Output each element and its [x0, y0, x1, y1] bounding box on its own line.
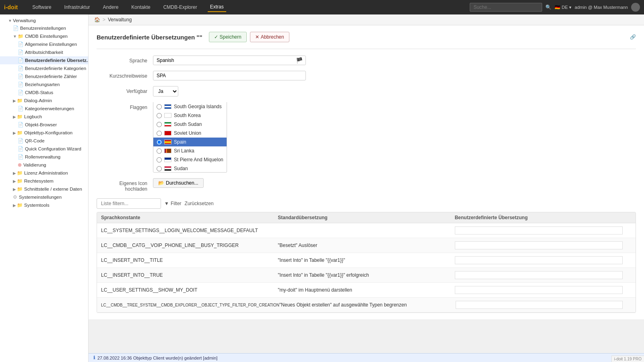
top-navigation: i-doit Software Infrastruktur Andere Kon…	[0, 0, 644, 14]
home-icon[interactable]: 🏠	[94, 17, 100, 23]
user-info: admin @ Max Mustermann	[575, 5, 628, 10]
tree-toggle[interactable]: ▶	[13, 179, 16, 183]
flag-sov	[164, 131, 171, 136]
verfugbar-row: Verfügbar Ja Nein	[97, 86, 636, 97]
row-custom-input[interactable]	[455, 256, 623, 264]
col-header-key: Sprachkonstante	[101, 215, 278, 220]
sidebar-item-label: Attributsichtbarkeit	[25, 50, 63, 55]
tree-toggle[interactable]: ▶	[13, 187, 16, 191]
sidebar-item-rechtesystem[interactable]: ▶ 📁 Rechtesystem	[0, 177, 88, 185]
browse-button[interactable]: 📂 Durchsuchen...	[153, 178, 204, 188]
sidebar-item-beziehungsarten[interactable]: 📄 Beziehungsarten	[0, 80, 88, 88]
cancel-button[interactable]: ✕ Abbrechen	[250, 32, 289, 42]
sidebar-item-kategorie-erw[interactable]: 📄 Kategorieerweiterungen	[0, 105, 88, 113]
sidebar-item-verwaltung[interactable]: ▼ Verwaltung	[0, 17, 88, 24]
nav-extras[interactable]: Extras	[208, 2, 226, 12]
nav-andere[interactable]: Andere	[101, 3, 121, 12]
sidebar-item-allgemeine[interactable]: 📄 Allgemeine Einstellungen	[0, 40, 88, 48]
sidebar-item-validierung[interactable]: ⊗ Validierung	[0, 161, 88, 169]
tree-toggle[interactable]: ▼	[8, 19, 12, 23]
flag-radio-sdn[interactable]	[157, 166, 162, 171]
search-input[interactable]	[470, 3, 542, 12]
sidebar-item-schnittstelle[interactable]: ▶ 📁 Schnittstelle / externe Daten	[0, 185, 88, 193]
tree-toggle[interactable]: ▶	[13, 115, 16, 119]
flaggen-label: Flaggen	[97, 102, 153, 110]
translations-table: Sprachkonstante Standardübersetzung Benu…	[97, 212, 636, 313]
sidebar-item-objekt-browser[interactable]: 📄 Objekt-Browser	[0, 121, 88, 129]
sidebar-item-label: Objekt-Browser	[25, 122, 57, 127]
kurzschreibweise-row: Kurzschreibweise	[97, 71, 636, 80]
row-custom-input[interactable]	[455, 271, 623, 279]
row-custom-input[interactable]	[456, 301, 623, 309]
flag-radio-ssd[interactable]	[157, 122, 162, 127]
flag-label-esp: Spain	[174, 139, 186, 145]
dropdown-item-sgs[interactable]: South Georgia Islands	[153, 102, 227, 111]
sidebar-item-zahler[interactable]: 📄 Benutzerdefinierte Zähler	[0, 72, 88, 80]
table-row: LC__INSERT_INTO__TITLE "Insert Into" in …	[97, 253, 636, 268]
sidebar-item-lizenz[interactable]: ▶ 📁 Lizenz Administration	[0, 169, 88, 177]
flag-radio-lka[interactable]	[157, 148, 162, 154]
nav-cmdb-explorer[interactable]: CMDB-Explorer	[161, 3, 200, 12]
tree-toggle[interactable]: ▶	[13, 99, 16, 103]
dropdown-item-lka[interactable]: Sri Lanka	[153, 146, 227, 155]
flag-radio-esp[interactable]	[157, 140, 162, 145]
search-icon[interactable]: 🔍	[545, 4, 551, 10]
col-header-custom: Benutzerdefinierte Übersetzung	[455, 215, 632, 220]
sidebar-item-benutzerdefined[interactable]: 📄 Benutzerdefinierte Übersetz...	[0, 56, 88, 64]
sidebar-item-label: Rechtesystem	[24, 179, 54, 183]
page-icon: 📄	[18, 74, 23, 79]
link-icon[interactable]: 🔗	[630, 34, 636, 40]
toolbar: ✓ Speichern ✕ Abbrechen	[209, 32, 289, 42]
folder-icon: 📁	[17, 202, 23, 208]
verfugbar-select[interactable]: Ja Nein	[153, 86, 178, 97]
dropdown-item-kor[interactable]: South Korea	[153, 111, 227, 120]
sidebar-item-label: Validierung	[23, 162, 46, 167]
sidebar-item-objekttyp-kfg[interactable]: ▶ 📁 Objekttyp-Konfiguration	[0, 129, 88, 137]
dropdown-item-spm[interactable]: St Pierre And Miquelon	[153, 155, 227, 164]
tree-toggle[interactable]: ▼	[13, 34, 17, 39]
sidebar-item-qcw[interactable]: 📄 Quick Configuration Wizard	[0, 145, 88, 153]
sidebar-item-cmdb-status[interactable]: 📄 CMDB-Status	[0, 88, 88, 97]
sidebar-item-logbuch[interactable]: ▶ 📁 Logbuch	[0, 113, 88, 121]
sidebar-item-benutzereinstellungen[interactable]: 📄 Benutzereinstellungen	[0, 24, 88, 32]
list-filter-input[interactable]	[97, 198, 161, 209]
tree-toggle[interactable]: ▶	[13, 171, 16, 175]
flag-radio-sov[interactable]	[157, 131, 162, 136]
nav-software[interactable]: Software	[30, 3, 54, 12]
filter-button[interactable]: ▼ Filter	[164, 201, 182, 206]
sidebar-item-systemtools[interactable]: ▶ 📁 Systemtools	[0, 201, 88, 209]
sidebar-item-systemeinstellungen[interactable]: ⚙ Systemeinstellungen	[0, 193, 88, 201]
sidebar-item-rollen[interactable]: 📄 Rollenverwaltung	[0, 153, 88, 161]
flag-spm	[164, 157, 171, 162]
tree-toggle[interactable]: ▶	[13, 131, 16, 135]
nav-kontakte[interactable]: Kontakte	[129, 3, 153, 12]
dropdown-item-sov[interactable]: Soviet Union	[153, 129, 227, 138]
sidebar-item-qr-code[interactable]: 📄 QR-Code	[0, 137, 88, 145]
tree-toggle[interactable]: ▶	[13, 203, 16, 208]
sidebar-item-kategorien[interactable]: 📄 Benutzerdefinierte Kategorien	[0, 64, 88, 72]
nav-infrastruktur[interactable]: Infrastruktur	[62, 3, 93, 12]
sidebar-item-label: Rollenverwaltung	[25, 154, 60, 159]
dropdown-item-esp[interactable]: Spain	[153, 138, 227, 146]
flaggen-dropdown[interactable]: South Georgia Islands South Korea	[153, 102, 227, 173]
row-custom-input[interactable]	[455, 226, 623, 234]
dropdown-item-ssd[interactable]: South Sudan	[153, 120, 227, 129]
save-button[interactable]: ✓ Speichern	[209, 32, 247, 42]
page-icon: 📄	[18, 154, 23, 160]
sidebar-item-dialog-admin[interactable]: ▶ 📁 Dialog-Admin	[0, 97, 88, 105]
sidebar-item-cmdb-einstellungen[interactable]: ▼ 📁 CMDB Einstellungen	[0, 32, 88, 40]
dropdown-item-sdn[interactable]: Sudan	[153, 164, 227, 173]
flag-radio-spm[interactable]	[157, 157, 162, 162]
flag-radio-kor[interactable]	[157, 113, 162, 118]
sidebar-item-attribut[interactable]: 📄 Attributsichtbarkeit	[0, 48, 88, 56]
sidebar-item-label: CMDB Einstellungen	[25, 34, 68, 39]
sprache-input[interactable]	[153, 56, 306, 65]
language-selector[interactable]: 🇩🇪 DE ▾	[555, 5, 571, 10]
browse-icon: 📂	[158, 180, 164, 186]
reset-button[interactable]: Zurücksetzen	[185, 201, 214, 206]
row-custom-input[interactable]	[455, 241, 623, 249]
row-custom-input[interactable]	[455, 286, 623, 294]
kurzschreibweise-input[interactable]	[153, 71, 306, 80]
flag-radio-sgs[interactable]	[157, 104, 162, 109]
user-avatar[interactable]	[631, 3, 640, 12]
